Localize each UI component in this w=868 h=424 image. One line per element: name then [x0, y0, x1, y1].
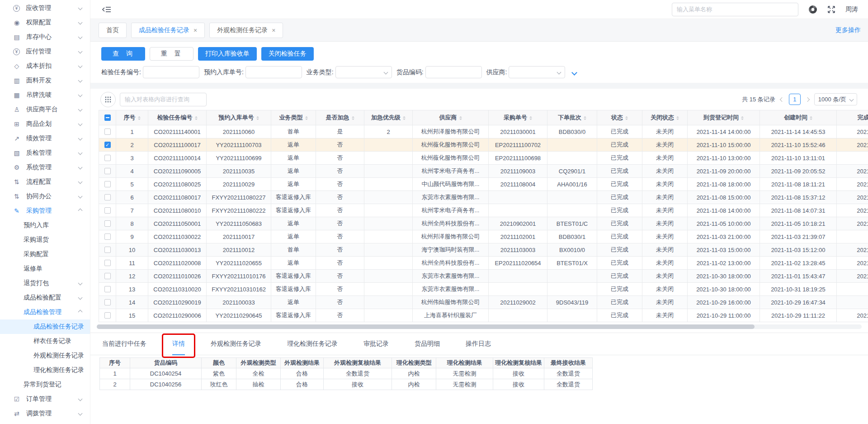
row-checkbox[interactable] — [104, 299, 111, 305]
filter-input[interactable] — [245, 66, 302, 78]
browser-icon[interactable] — [808, 5, 817, 14]
sort-icon[interactable] — [256, 116, 259, 120]
table-row[interactable]: 6CO202111080017FXYY202111080227客退返修入库否东莞… — [99, 191, 868, 204]
sidebar-item[interactable]: 理化检测任务记录 — [0, 363, 90, 377]
current-page[interactable]: 1 — [789, 94, 801, 105]
detail-tab[interactable]: 操作日志 — [466, 333, 491, 355]
row-checkbox[interactable] — [104, 129, 111, 135]
table-row[interactable]: 4CO2021110900052021110035返单否杭州零米电子商务有...… — [99, 165, 868, 178]
detail-tab[interactable]: 外观检测任务记录 — [211, 333, 261, 355]
sort-icon[interactable] — [403, 116, 406, 120]
sidebar-item[interactable]: ↗绩效管理 — [0, 131, 90, 146]
row-checkbox[interactable] — [104, 207, 111, 214]
row-checkbox[interactable] — [104, 181, 111, 187]
primary-action-button[interactable]: 打印入库验收单 — [198, 47, 257, 61]
row-checkbox[interactable] — [104, 220, 111, 227]
table-row[interactable]: 9CO2021110300222021110017返单否杭州邦泽服饰有限公司20… — [99, 230, 868, 243]
column-header[interactable]: 状态 — [597, 110, 642, 125]
sidebar-item[interactable]: ✎采购管理 — [0, 204, 90, 218]
sidebar-item[interactable]: 样衣任务记录 — [0, 334, 90, 348]
sort-icon[interactable] — [625, 116, 628, 120]
table-row[interactable]: 10CO2021110300132021110012首单否海宁澳珈玛时装有限..… — [99, 243, 868, 257]
page-size-select[interactable]: 1000 条/页 — [814, 93, 857, 105]
tab[interactable]: 首页 — [99, 23, 127, 38]
filter-input[interactable] — [425, 66, 482, 78]
table-row[interactable]: 13CO202110310020FXYY202110310162客退返修入库否东… — [99, 283, 868, 296]
detail-tab[interactable]: 当前进行中任务 — [102, 333, 146, 355]
select-all-header[interactable] — [99, 110, 116, 125]
more-actions-link[interactable]: 更多操作 — [835, 26, 861, 34]
column-header[interactable]: 检验任务编号 — [148, 110, 207, 125]
sort-icon[interactable] — [459, 116, 462, 120]
sidebar-item[interactable]: ▦吊牌洗唛 — [0, 88, 90, 102]
sidebar-item[interactable]: 返修单 — [0, 262, 90, 276]
close-icon[interactable]: × — [272, 27, 275, 34]
table-search-input[interactable] — [120, 93, 207, 106]
sidebar-item[interactable]: ♙供应商平台 — [0, 102, 90, 117]
sidebar-item[interactable]: 预约入库 — [0, 218, 90, 233]
column-header[interactable]: 完成时间 — [837, 110, 868, 125]
detail-tab[interactable]: 货品明细 — [415, 333, 440, 355]
sidebar-item[interactable]: ▥面料开发 — [0, 73, 90, 88]
sidebar-item[interactable]: ☑订单管理 — [0, 392, 90, 406]
tab[interactable]: 成品检验任务记录× — [131, 23, 205, 38]
table-row[interactable]: 11CO202111020008YY202111020655返单否杭州全尚科技股… — [99, 257, 868, 270]
row-checkbox[interactable] — [104, 286, 111, 292]
sidebar-item[interactable]: 异常到货登记 — [0, 377, 90, 392]
column-header[interactable]: 到货登记时间 — [688, 110, 760, 125]
scrollbar-thumb[interactable] — [97, 324, 755, 329]
table-row[interactable]: 14CO2021102900192021100033返单否杭州伟灿服饰有限公司2… — [99, 296, 868, 309]
close-icon[interactable]: × — [193, 27, 197, 34]
sidebar-item[interactable]: ◇成本折扣 — [0, 59, 90, 73]
filter-input[interactable] — [143, 66, 199, 78]
sort-icon[interactable] — [584, 116, 586, 120]
sidebar-item[interactable]: ⚙系统管理 — [0, 160, 90, 175]
column-header[interactable]: 序号 — [116, 110, 148, 125]
filter-select[interactable] — [335, 66, 392, 78]
tab[interactable]: 外观检测任务记录× — [209, 23, 283, 38]
sidebar-item[interactable]: ¥应付管理 — [0, 44, 90, 59]
row-checkbox[interactable] — [104, 194, 111, 200]
primary-action-button[interactable]: 关闭检验任务 — [261, 47, 314, 61]
next-page-button[interactable] — [805, 97, 810, 102]
column-header[interactable]: 供应商 — [413, 110, 489, 125]
fullscreen-icon[interactable] — [827, 5, 835, 14]
detail-tab[interactable]: 审批记录 — [363, 333, 389, 355]
row-checkbox[interactable] — [104, 168, 111, 174]
column-header[interactable]: 下单批次 — [547, 110, 597, 125]
table-row[interactable]: 8CO202111050001YY202111050683返单否杭州全尚科技股份… — [99, 217, 868, 230]
row-checkbox[interactable] — [104, 233, 111, 240]
primary-action-button[interactable]: 查 询 — [101, 47, 145, 61]
table-row[interactable]: 15CO202110290006YY202110290645客退返修入库否上海喜… — [99, 309, 868, 322]
detail-row[interactable]: 2DC1040256玫红色抽检合格接收内检无需检测接收全数退货 — [100, 379, 593, 390]
table-row[interactable]: 12CO202111010026FXYY202111010176客退返修入库否东… — [99, 270, 868, 283]
sidebar-item[interactable]: 外观检测任务记录 — [0, 348, 90, 363]
sidebar-item[interactable]: ◉权限配置 — [0, 15, 90, 30]
column-settings-button[interactable] — [100, 92, 116, 107]
table-row[interactable]: ✓2CO202111100017YY202111100703返单否杭州薇化服饰有… — [99, 138, 868, 152]
prev-page-button[interactable] — [780, 97, 784, 102]
collapse-sidebar-icon[interactable] — [102, 6, 111, 13]
sort-icon[interactable] — [810, 116, 812, 120]
column-header[interactable]: 采购单号 — [489, 110, 547, 125]
username[interactable]: 周涛 — [845, 5, 858, 14]
row-checkbox[interactable] — [104, 312, 111, 319]
row-checkbox[interactable] — [104, 155, 111, 161]
reset-button[interactable]: 重 置 — [150, 47, 193, 61]
sidebar-item[interactable]: ⇅协同办公 — [0, 189, 90, 204]
row-checkbox[interactable]: ✓ — [104, 142, 111, 148]
sidebar-item[interactable]: ⇄调拨管理 — [0, 406, 90, 421]
column-header[interactable]: 创建时间 — [760, 110, 837, 125]
sidebar-item[interactable]: ¥应收管理 — [0, 1, 90, 15]
sidebar-item[interactable]: ▧质检管理 — [0, 146, 90, 160]
table-row[interactable]: 7CO202111080010FXYY202111080222客退返修入库否杭州… — [99, 204, 868, 217]
detail-row[interactable]: 1DC1040254紫色全检合格全数退货内检无需检测接收全数退货 — [100, 368, 593, 379]
sidebar-item[interactable]: ▤库存中心 — [0, 30, 90, 44]
sort-icon[interactable] — [352, 116, 354, 120]
row-checkbox[interactable] — [104, 260, 111, 266]
select-all-checkbox[interactable] — [104, 114, 111, 121]
column-header[interactable]: 预约入库单号 — [207, 110, 271, 125]
sidebar-item[interactable]: 退货打包 — [0, 276, 90, 291]
expand-filters-icon[interactable] — [572, 69, 576, 76]
sidebar-item[interactable]: 采购退货 — [0, 233, 90, 247]
